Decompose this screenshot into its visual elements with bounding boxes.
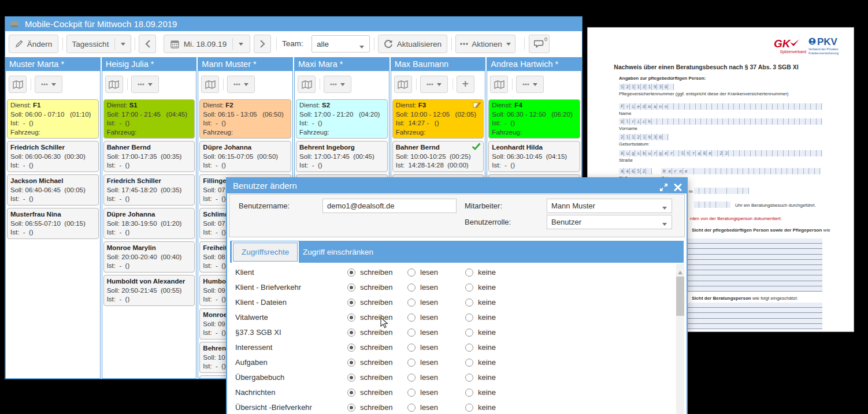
tab-zugriffsrechte[interactable]: Zugriffsrechte — [233, 243, 298, 262]
client-card[interactable]: Bahner Bernd Soll: 17:00-17:35 (00:35) I… — [103, 141, 195, 172]
map-button[interactable] — [105, 76, 123, 93]
radio-schreiben[interactable] — [347, 374, 355, 382]
map-button[interactable] — [490, 76, 508, 93]
radio-lesen[interactable] — [407, 389, 416, 397]
radio-keine[interactable] — [465, 374, 473, 382]
scrollbar-thumb[interactable] — [676, 277, 684, 316]
radio-schreiben[interactable] — [347, 299, 355, 307]
radio-lesen[interactable] — [407, 374, 416, 382]
radio-schreiben[interactable] — [347, 359, 355, 367]
aktualisieren-button[interactable]: Aktualisieren — [378, 35, 447, 53]
more-actions-button[interactable] — [35, 76, 62, 93]
client-card[interactable]: Musterfrau Nina Soll: 06:55-07:10 (00:15… — [7, 208, 99, 239]
field-besuchsdatum[interactable] — [694, 188, 749, 194]
map-button[interactable] — [394, 76, 412, 93]
radio-keine[interactable] — [465, 329, 473, 337]
client-card[interactable]: Düpre Johanna Soll: 18:30-19:50 (01:20) … — [103, 208, 195, 239]
map-button[interactable] — [9, 76, 27, 93]
map-button[interactable] — [298, 76, 316, 93]
dialog-title: Benutzer ändern — [233, 181, 297, 191]
more-actions-button[interactable] — [324, 76, 351, 93]
aendern-button[interactable]: Ändern — [9, 35, 58, 53]
radio-lesen[interactable] — [407, 359, 416, 367]
team-select[interactable]: alle — [311, 35, 370, 53]
field-geburtsdatum[interactable]: 21121930 — [619, 134, 669, 140]
tagessicht-button[interactable]: Tagessicht — [66, 35, 131, 53]
field-name[interactable]: Friedmann — [619, 103, 822, 110]
radio-lesen[interactable] — [407, 268, 416, 277]
radio-schreiben[interactable] — [347, 344, 355, 352]
benutzername-input[interactable]: demo1@dealsoft.de — [322, 199, 457, 213]
radio-schreiben[interactable] — [347, 314, 355, 322]
client-card[interactable]: Friedrich Schiller Soll: 06:00-06:30 (00… — [7, 141, 99, 172]
employee-column: Heisig Julia * Dienst: S1 — [102, 57, 197, 379]
radio-lesen[interactable] — [407, 284, 416, 292]
client-card[interactable]: Friedrich Schiller Soll: 17:45-18:20 (00… — [103, 174, 195, 206]
employee-name: Mann Muster * — [198, 57, 292, 71]
radio-keine[interactable] — [465, 359, 473, 367]
employee-name: Muster Marta * — [6, 57, 100, 71]
tab-zugriff-einschraenken[interactable]: Zugriff einschränken — [297, 241, 379, 263]
client-card[interactable]: Behrent Ingeborg Soll: 17:00-17:45 (00:4… — [296, 141, 388, 172]
note-icon — [473, 102, 480, 110]
client-card[interactable]: Monroe Marylin Soll: 20:00-20:40 (00:40)… — [103, 241, 195, 273]
dienst-card[interactable]: Dienst: F4 Soll: 06:30 - 12:50 (06:20) I… — [488, 99, 580, 139]
dialog-titlebar[interactable]: Benutzer ändern — [227, 178, 687, 193]
client-card[interactable]: Bahner Bernd Soll: 10:00-10:25 (00:25) I… — [392, 141, 484, 172]
radio-keine[interactable] — [465, 404, 473, 412]
client-card[interactable]: Humboldt von Alexander Soll: 20:50-21:45… — [103, 275, 195, 306]
radio-lesen[interactable] — [407, 344, 416, 352]
employee-name: Max Baumann — [391, 57, 485, 71]
mitarbeiter-select[interactable]: Mann Muster — [547, 199, 672, 213]
client-card[interactable]: Leonhardt Hilda Soll: 06:30-10:45 (04:15… — [488, 141, 580, 172]
radio-keine[interactable] — [465, 344, 473, 352]
radio-schreiben[interactable] — [347, 268, 355, 277]
column-toolbar — [295, 71, 389, 99]
field-vorname[interactable]: Ulrich — [619, 118, 822, 125]
radio-lesen[interactable] — [407, 404, 416, 412]
radio-keine[interactable] — [465, 299, 473, 307]
dienst-card[interactable]: Dienst: F1 Soll: 06:00 - 07:10 (01:10) I… — [7, 99, 99, 139]
radio-keine[interactable] — [465, 389, 473, 397]
add-tour-button[interactable]: + — [457, 76, 474, 93]
date-picker-button[interactable]: Mi. 18.09.19 — [164, 35, 250, 53]
permission-row: Übergabebuch schreiben lesen keine — [229, 370, 675, 385]
field-ort[interactable]: Herne — [661, 168, 821, 174]
dialog-scrollbar[interactable] — [676, 264, 684, 414]
next-day-button[interactable] — [254, 35, 271, 53]
radio-keine[interactable] — [465, 284, 473, 292]
dienst-card[interactable]: Dienst: S1 Soll: 17:00 - 21:45 (04:45) I… — [103, 99, 195, 139]
field-pflegeversichertennummer[interactable]: S21121930 — [619, 84, 674, 90]
field-strasse[interactable]: Augsburger Straße 22 — [619, 150, 822, 156]
dienst-card[interactable]: Dienst: F3 Soll: 10:00 - 12:05 (02:05) I… — [392, 99, 484, 139]
chat-button[interactable]: 0 — [529, 35, 550, 53]
chevron-down-icon — [340, 83, 345, 88]
radio-lesen[interactable] — [407, 299, 416, 307]
radio-lesen[interactable] — [407, 314, 416, 322]
more-actions-button[interactable] — [516, 76, 544, 93]
aktionen-button[interactable]: Aktionen — [455, 35, 515, 53]
radio-lesen[interactable] — [407, 329, 416, 337]
field-besuchszeit[interactable] — [694, 202, 730, 208]
scroll-up-icon[interactable] — [678, 268, 682, 274]
more-actions-button[interactable] — [131, 76, 159, 93]
field-plz[interactable]: 44652 — [619, 168, 652, 174]
radio-schreiben[interactable] — [347, 329, 355, 337]
main-window-titlebar[interactable]: Mobile-Cockpit für Mittwoch 18.09.2019 — [5, 17, 582, 31]
map-button[interactable] — [201, 76, 219, 93]
dienst-card[interactable]: Dienst: F2 Soll: 06:15 - 13:05 (06:50) I… — [199, 99, 291, 139]
dienst-card[interactable]: Dienst: S2 Soll: 17:00 - 21:20 (04:20) I… — [296, 99, 388, 139]
more-actions-button[interactable] — [227, 76, 255, 93]
prev-day-button[interactable] — [139, 35, 156, 53]
client-card[interactable]: Düpre Johanna Soll: 06:15-07:05 (00:50) … — [199, 141, 291, 172]
permission-row: Übersicht -Briefverkehr schreiben lesen … — [229, 400, 675, 414]
radio-keine[interactable] — [465, 268, 473, 277]
client-card[interactable]: Jackson Michael Soll: 06:40-06:45 (00:05… — [7, 174, 99, 206]
benutzerrolle-select[interactable]: Benutzer — [547, 215, 672, 229]
radio-keine[interactable] — [465, 314, 473, 322]
radio-schreiben[interactable] — [347, 389, 355, 397]
more-actions-button[interactable] — [420, 76, 448, 93]
chevron-down-icon — [662, 223, 667, 228]
radio-schreiben[interactable] — [347, 404, 355, 412]
radio-schreiben[interactable] — [347, 284, 355, 292]
